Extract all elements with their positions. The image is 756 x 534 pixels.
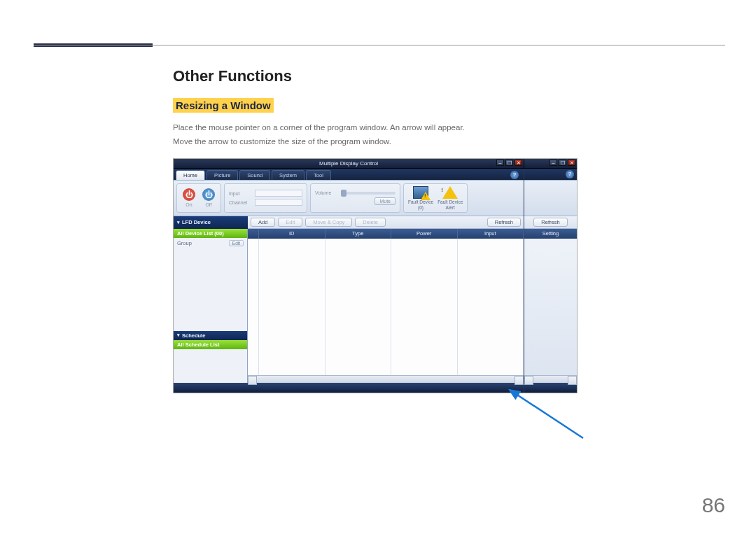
fault-device-alert[interactable]: Fault Device Alert <box>438 186 463 210</box>
window-minimize-button[interactable]: – <box>496 160 504 166</box>
grid-col-id[interactable]: ID <box>259 229 326 239</box>
ribbon-fault-group: Fault Device (0) Fault Device Alert <box>403 183 468 213</box>
sidebar-all-device-list[interactable]: All Device List (00) <box>174 229 247 238</box>
sidebar-schedule-header[interactable]: Schedule <box>174 331 247 340</box>
mute-button[interactable]: Mute <box>374 197 396 205</box>
input-label: Input <box>229 191 253 196</box>
app-screenshot: Multiple Display Control – ☐ ✕ – ☐ ✕ <box>173 158 578 393</box>
tab-sound[interactable]: Sound <box>239 170 270 180</box>
ribbon-power-group: ⏻ On ⏻ Off <box>176 183 221 213</box>
section-heading: Other Functions <box>173 67 714 85</box>
group-edit-button[interactable]: Edit <box>229 240 244 246</box>
grid-body <box>248 239 524 375</box>
channel-label: Channel <box>229 200 253 205</box>
horizontal-scrollbar[interactable] <box>248 375 524 383</box>
tab-picture[interactable]: Picture <box>206 170 238 180</box>
window-close-button[interactable]: ✕ <box>514 160 522 166</box>
tab-home[interactable]: Home <box>176 170 205 180</box>
channel-select[interactable] <box>255 199 302 206</box>
status-bar <box>174 383 524 393</box>
input-select[interactable] <box>255 190 302 197</box>
grid-col-input[interactable]: Input <box>458 229 524 239</box>
header-rule <box>34 45 725 45</box>
warning-icon <box>442 186 458 199</box>
app-title: Multiple Display Control <box>319 160 378 167</box>
fault-device-count[interactable]: Fault Device (0) <box>408 186 433 210</box>
panel-minimize-button[interactable]: – <box>550 160 557 166</box>
tab-tool[interactable]: Tool <box>306 170 331 180</box>
body-paragraph-1: Place the mouse pointer on a corner of t… <box>173 121 714 134</box>
sidebar: All Device List (00) Group Edit Schedule… <box>174 229 248 383</box>
device-grid: ID Type Power Input <box>248 229 524 383</box>
right-help-icon[interactable]: ? <box>566 170 574 178</box>
sidebar-lfd-header[interactable]: LFD Device <box>174 216 248 229</box>
power-on-icon: ⏻ <box>183 188 195 201</box>
secondary-titlebar: – ☐ ✕ <box>524 159 577 169</box>
app-titlebar: Multiple Display Control – ☐ ✕ <box>174 159 524 169</box>
page-number: 86 <box>702 493 725 517</box>
group-label: Group <box>177 240 192 246</box>
grid-col-checkbox[interactable] <box>248 229 259 239</box>
subsection-heading: Resizing a Window <box>173 98 274 113</box>
monitor-warning-icon <box>413 186 428 199</box>
right-column-setting[interactable]: Setting <box>524 229 577 239</box>
toolbar: Add Edit Move & Copy Delete Refresh <box>248 216 524 229</box>
edit-button[interactable]: Edit <box>278 218 302 227</box>
sidebar-group-row: Group Edit <box>174 238 247 248</box>
body-paragraph-2: Move the arrow to customize the size of … <box>173 135 714 148</box>
grid-header: ID Type Power Input <box>248 229 524 239</box>
grid-col-power[interactable]: Power <box>391 229 458 239</box>
power-on-button[interactable]: ⏻ On <box>181 187 197 209</box>
right-horizontal-scrollbar[interactable] <box>524 375 577 383</box>
delete-button[interactable]: Delete <box>355 218 386 227</box>
panel-close-button[interactable]: ✕ <box>568 160 575 166</box>
sidebar-all-schedule-list[interactable]: All Schedule List <box>174 340 247 349</box>
add-button[interactable]: Add <box>251 218 275 227</box>
ribbon: ⏻ On ⏻ Off Input Channel <box>174 180 524 216</box>
svg-line-0 <box>510 390 583 438</box>
volume-slider[interactable] <box>341 192 396 195</box>
right-refresh-button[interactable]: Refresh <box>533 218 567 227</box>
right-panel: ? Refresh Setting <box>524 169 577 393</box>
power-off-icon: ⏻ <box>202 188 215 201</box>
window-maximize-button[interactable]: ☐ <box>505 160 513 166</box>
refresh-button[interactable]: Refresh <box>487 218 521 227</box>
help-icon[interactable]: ? <box>510 171 519 179</box>
tab-system[interactable]: System <box>272 170 304 180</box>
move-copy-button[interactable]: Move & Copy <box>305 218 352 227</box>
grid-col-type[interactable]: Type <box>326 229 392 239</box>
panel-maximize-button[interactable]: ☐ <box>559 160 566 166</box>
ribbon-volume-group: Volume Mute <box>310 183 400 213</box>
power-off-button[interactable]: ⏻ Off <box>201 187 216 209</box>
volume-label: Volume <box>315 190 339 195</box>
tab-bar: Home Picture Sound System Tool ? <box>174 169 524 180</box>
ribbon-input-group: Input Channel <box>224 183 307 213</box>
resize-arrow-annotation <box>503 386 587 442</box>
